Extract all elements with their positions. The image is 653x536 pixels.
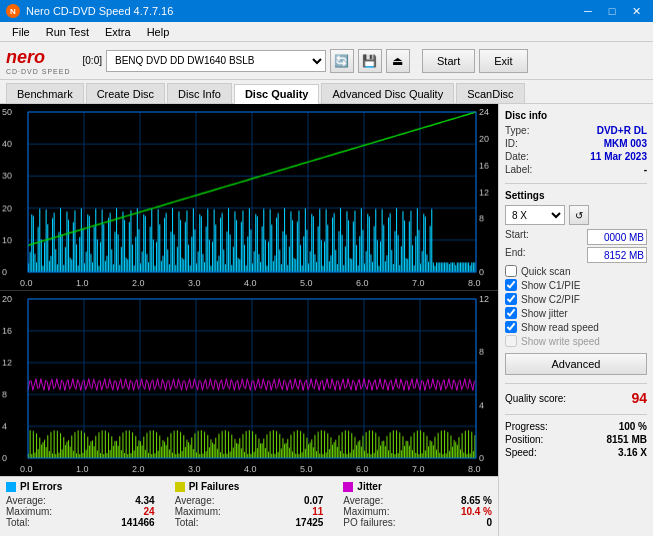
exit-button[interactable]: Exit [479, 49, 527, 73]
advanced-button[interactable]: Advanced [505, 353, 647, 375]
pi-failures-avg-label: Average: [175, 495, 215, 506]
tab-scan-disc[interactable]: ScanDisc [456, 83, 524, 103]
id-label: ID: [505, 138, 518, 149]
refresh-icon-btn[interactable]: 🔄 [330, 49, 354, 73]
jitter-row: Show jitter [505, 307, 647, 319]
chart-top-container [0, 104, 498, 291]
show-c2pif-checkbox[interactable] [505, 293, 517, 305]
end-input[interactable]: 8152 MB [587, 247, 647, 263]
minimize-btn[interactable]: ─ [577, 0, 599, 22]
date-value: 11 Mar 2023 [590, 151, 647, 162]
tab-create-disc[interactable]: Create Disc [86, 83, 165, 103]
jitter-avg-label: Average: [343, 495, 383, 506]
id-value: MKM 003 [604, 138, 647, 149]
po-failures-label: PO failures: [343, 517, 395, 528]
position-value: 8151 MB [606, 434, 647, 445]
quick-scan-label: Quick scan [521, 266, 570, 277]
show-c1pie-checkbox[interactable] [505, 279, 517, 291]
eject-icon-btn[interactable]: ⏏ [386, 49, 410, 73]
pi-failures-max-value: 11 [312, 506, 323, 517]
pi-failures-total-label: Total: [175, 517, 199, 528]
jitter-avg-value: 8.65 % [461, 495, 492, 506]
menu-help[interactable]: Help [139, 24, 178, 40]
quick-scan-checkbox[interactable] [505, 265, 517, 277]
start-button[interactable]: Start [422, 49, 475, 73]
show-write-speed-checkbox[interactable] [505, 335, 517, 347]
pi-failures-total-value: 17425 [296, 517, 324, 528]
pi-errors-avg-value: 4.34 [135, 495, 154, 506]
menu-extra[interactable]: Extra [97, 24, 139, 40]
label-label: Label: [505, 164, 532, 175]
tab-benchmark[interactable]: Benchmark [6, 83, 84, 103]
top-chart [0, 104, 498, 290]
read-speed-row: Show read speed [505, 321, 647, 333]
label-value: - [644, 164, 647, 175]
reset-speed-icon[interactable]: ↺ [569, 205, 589, 225]
show-c1pie-label: Show C1/PIE [521, 280, 580, 291]
show-jitter-checkbox[interactable] [505, 307, 517, 319]
show-write-speed-label: Show write speed [521, 336, 600, 347]
settings-title: Settings [505, 190, 647, 201]
side-panel: Disc info Type: DVD+R DL ID: MKM 003 Dat… [498, 104, 653, 536]
stats-area: PI Errors Average: 4.34 Maximum: 24 Tota… [0, 476, 498, 536]
jitter-title: Jitter [357, 481, 381, 492]
speed-select[interactable]: Max1 X2 X4 X8 X16 X [505, 205, 565, 225]
write-speed-row: Show write speed [505, 335, 647, 347]
type-value: DVD+R DL [597, 125, 647, 136]
show-c2pif-label: Show C2/PIF [521, 294, 580, 305]
quality-score-label: Quality score: [505, 393, 566, 404]
app-icon: N [6, 4, 20, 18]
end-label: End: [505, 247, 526, 263]
progress-value: 100 % [619, 421, 647, 432]
nero-sub-text: CD·DVD SPEED [6, 68, 71, 75]
close-btn[interactable]: ✕ [625, 0, 647, 22]
tab-advanced-disc-quality[interactable]: Advanced Disc Quality [321, 83, 454, 103]
drive-select[interactable]: BENQ DVD DD DW1640 BSLB [106, 50, 326, 72]
settings-section: Settings Max1 X2 X4 X8 X16 X ↺ Start: 00… [505, 190, 647, 375]
jitter-max-value: 10.4 % [461, 506, 492, 517]
pi-failures-group: PI Failures Average: 0.07 Maximum: 11 To… [175, 481, 324, 532]
window-controls[interactable]: ─ □ ✕ [577, 0, 647, 22]
c2pif-row: Show C2/PIF [505, 293, 647, 305]
speed-label: Speed: [505, 447, 537, 458]
pi-failures-title: PI Failures [189, 481, 240, 492]
progress-section: Progress: 100 % Position: 8151 MB Speed:… [505, 421, 647, 458]
tab-disc-quality[interactable]: Disc Quality [234, 84, 320, 104]
chart-area: PI Errors Average: 4.34 Maximum: 24 Tota… [0, 104, 498, 536]
start-label: Start: [505, 229, 529, 245]
disc-info-section: Disc info Type: DVD+R DL ID: MKM 003 Dat… [505, 110, 647, 175]
show-read-speed-checkbox[interactable] [505, 321, 517, 333]
menu-file[interactable]: File [4, 24, 38, 40]
logo: nero CD·DVD SPEED [6, 47, 71, 75]
divider-3 [505, 414, 647, 415]
pi-errors-title: PI Errors [20, 481, 62, 492]
maximize-btn[interactable]: □ [601, 0, 623, 22]
chart-bottom-container [0, 291, 498, 477]
pi-failures-max-label: Maximum: [175, 506, 221, 517]
tabs-bar: Benchmark Create Disc Disc Info Disc Qua… [0, 80, 653, 104]
pi-errors-color [6, 482, 16, 492]
jitter-group: Jitter Average: 8.65 % Maximum: 10.4 % P… [343, 481, 492, 532]
bottom-chart [0, 291, 498, 477]
pi-errors-avg-label: Average: [6, 495, 46, 506]
position-label: Position: [505, 434, 543, 445]
progress-label: Progress: [505, 421, 548, 432]
quick-scan-row: Quick scan [505, 265, 647, 277]
drive-label: [0:0] [83, 55, 102, 66]
speed-row: Max1 X2 X4 X8 X16 X ↺ [505, 205, 647, 225]
menu-bar: File Run Test Extra Help [0, 22, 653, 42]
show-jitter-label: Show jitter [521, 308, 568, 319]
toolbar: nero CD·DVD SPEED [0:0] BENQ DVD DD DW16… [0, 42, 653, 80]
save-icon-btn[interactable]: 💾 [358, 49, 382, 73]
divider-2 [505, 383, 647, 384]
tab-disc-info[interactable]: Disc Info [167, 83, 232, 103]
pi-errors-group: PI Errors Average: 4.34 Maximum: 24 Tota… [6, 481, 155, 532]
app-title: Nero CD-DVD Speed 4.7.7.16 [26, 5, 173, 17]
pi-errors-total-value: 141466 [121, 517, 154, 528]
start-input[interactable]: 0000 MB [587, 229, 647, 245]
pi-failures-color [175, 482, 185, 492]
menu-run-test[interactable]: Run Test [38, 24, 97, 40]
date-label: Date: [505, 151, 529, 162]
pi-failures-avg-value: 0.07 [304, 495, 323, 506]
c1pie-row: Show C1/PIE [505, 279, 647, 291]
